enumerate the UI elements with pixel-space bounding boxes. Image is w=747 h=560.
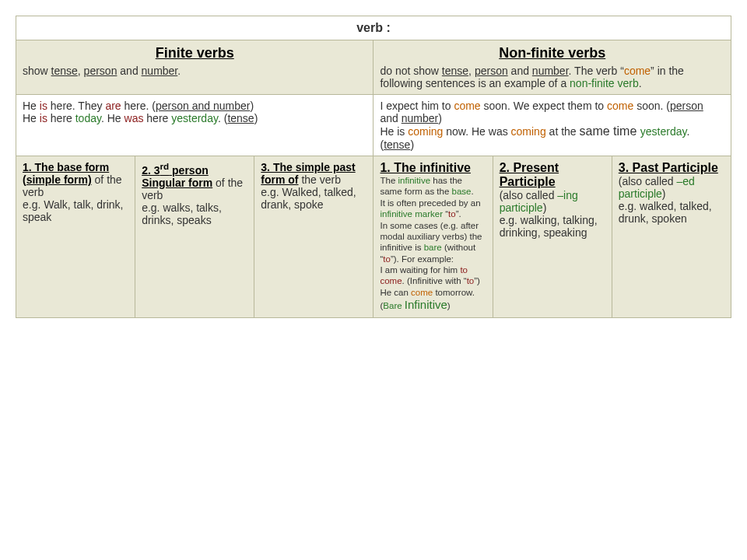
cell-infinitive: 1. The infinitive The infinitive has the… xyxy=(374,156,493,318)
nonfinite-examples: I expect him to come soon. We expect the… xyxy=(374,95,731,156)
verb-table: verb : Finite verbs show tense, person a… xyxy=(16,16,731,318)
cell-3rd-person: 2. 3rd person Singular form of the verb … xyxy=(135,156,254,318)
nonfinite-desc: do not show tense, person and number. Th… xyxy=(380,65,683,89)
cell-simple-past: 3. The simple past form of the verb e.g.… xyxy=(254,156,374,318)
cell-past-participle: 3. Past Participle (also called –ed part… xyxy=(612,156,731,318)
table-header: verb : xyxy=(16,16,731,40)
finite-header-cell: Finite verbs show tense, person and numb… xyxy=(16,40,374,95)
finite-desc: show tense, person and number. xyxy=(23,65,181,77)
nonfinite-title: Non-finite verbs xyxy=(380,45,724,61)
nonfinite-header-cell: Non-finite verbs do not show tense, pers… xyxy=(374,40,731,95)
cell-present-participle: 2. Present Participle (also called –ing … xyxy=(493,156,612,318)
finite-title: Finite verbs xyxy=(23,45,366,61)
finite-examples: He is here. They are here. (person and n… xyxy=(16,95,374,156)
cell-base-form: 1. The base form (simple form) of the ve… xyxy=(16,156,135,318)
